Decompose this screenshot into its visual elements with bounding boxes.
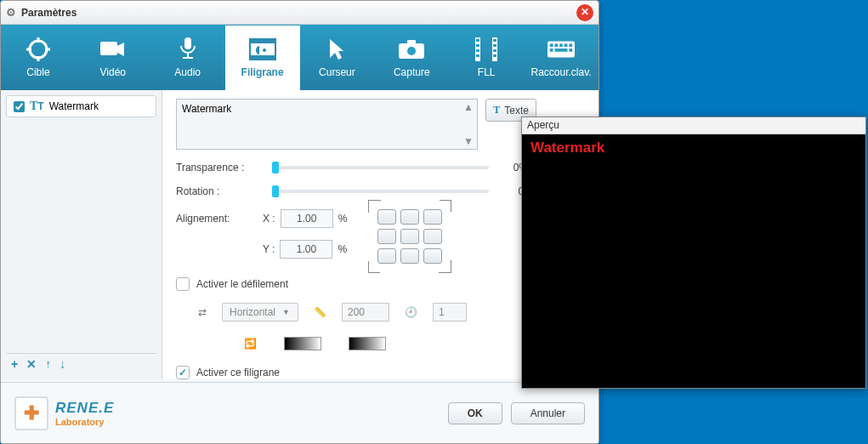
rotation-label: Rotation : bbox=[176, 185, 265, 197]
move-up-button[interactable]: ↑ bbox=[45, 357, 51, 371]
tab-raccour[interactable]: Raccour.clav. bbox=[524, 25, 599, 90]
add-button[interactable]: + bbox=[11, 357, 18, 371]
align-bc[interactable] bbox=[400, 248, 419, 264]
svg-point-0 bbox=[30, 41, 47, 58]
slider-thumb[interactable] bbox=[272, 185, 279, 197]
body: TT Watermark + ✕ ↑ ↓ Watermark ▲▼ T Text… bbox=[1, 90, 599, 379]
direction-value: Horizontal bbox=[230, 306, 275, 318]
tab-label: Capture bbox=[394, 66, 430, 78]
svg-rect-34 bbox=[569, 48, 572, 52]
tab-cible[interactable]: Cible bbox=[1, 25, 76, 90]
tab-fll[interactable]: FLL bbox=[449, 25, 524, 90]
tab-label: Vidéo bbox=[100, 66, 126, 78]
mic-icon bbox=[174, 37, 201, 61]
tab-video[interactable]: Vidéo bbox=[76, 25, 150, 90]
scroll-enable-checkbox[interactable] bbox=[176, 277, 190, 291]
align-mc[interactable] bbox=[400, 229, 419, 244]
logo-badge-icon: ✚ bbox=[14, 396, 48, 430]
x-input[interactable] bbox=[281, 209, 333, 228]
gradient-swatch bbox=[349, 337, 386, 350]
direction-combo[interactable]: Horizontal ▼ bbox=[222, 303, 298, 322]
textarea-scroll[interactable]: ▲▼ bbox=[463, 101, 475, 147]
svg-rect-6 bbox=[184, 37, 191, 49]
tab-label: Curseur bbox=[319, 66, 355, 78]
rotation-slider[interactable] bbox=[272, 190, 489, 193]
watermark-text-input[interactable]: Watermark ▲▼ bbox=[176, 99, 478, 150]
svg-rect-19 bbox=[476, 44, 479, 47]
alignment-label: Alignement: bbox=[176, 209, 252, 225]
y-input[interactable] bbox=[280, 240, 332, 259]
slider-thumb[interactable] bbox=[272, 162, 279, 174]
align-tc[interactable] bbox=[400, 209, 419, 225]
text-btn-label: Texte bbox=[504, 105, 529, 117]
watermark-text-value: Watermark bbox=[182, 103, 231, 115]
settings-window: ⚙ Paramètres ✕ Cible Vidéo Audio Filigra… bbox=[0, 0, 599, 444]
ok-button[interactable]: OK bbox=[448, 402, 502, 424]
align-bl[interactable] bbox=[377, 248, 396, 264]
svg-rect-24 bbox=[493, 49, 496, 52]
tab-label: Raccour.clav. bbox=[530, 66, 591, 78]
text-type-icon: TT bbox=[30, 100, 44, 113]
preview-body: Watermark bbox=[522, 134, 865, 388]
align-mr[interactable] bbox=[423, 229, 442, 244]
svg-rect-14 bbox=[407, 40, 416, 45]
align-br[interactable] bbox=[423, 248, 442, 264]
text-icon: T bbox=[493, 104, 500, 117]
tab-filigrane[interactable]: Filigrane bbox=[225, 25, 300, 90]
sidebar-item-watermark[interactable]: TT Watermark bbox=[6, 95, 156, 117]
svg-rect-29 bbox=[559, 43, 563, 47]
time-input[interactable] bbox=[433, 303, 467, 322]
svg-rect-27 bbox=[550, 43, 553, 47]
ruler-icon: 📏 bbox=[314, 306, 326, 318]
brand-sub: Laboratory bbox=[55, 417, 114, 427]
tab-label: Cible bbox=[26, 66, 49, 78]
svg-rect-10 bbox=[250, 39, 275, 43]
move-down-button[interactable]: ↓ bbox=[60, 357, 65, 371]
watermark-checkbox[interactable] bbox=[14, 101, 25, 112]
svg-rect-31 bbox=[569, 43, 572, 47]
svg-rect-20 bbox=[476, 49, 479, 52]
tab-curseur[interactable]: Curseur bbox=[300, 25, 375, 90]
transparency-slider[interactable] bbox=[272, 166, 489, 169]
sidebar: TT Watermark + ✕ ↑ ↓ bbox=[1, 90, 162, 379]
brand-logo: ✚ RENE.E Laboratory bbox=[14, 396, 114, 430]
gradient-swatch bbox=[284, 337, 321, 350]
brand-name: RENE.E bbox=[55, 400, 114, 417]
svg-rect-11 bbox=[250, 55, 275, 60]
transparency-label: Transparence : bbox=[176, 162, 265, 174]
titlebar: ⚙ Paramètres ✕ bbox=[1, 1, 599, 25]
tab-capture[interactable]: Capture bbox=[374, 25, 449, 90]
loop-icon: 🔁 bbox=[244, 338, 257, 350]
preview-window: Aperçu Watermark bbox=[521, 117, 866, 389]
align-tl[interactable] bbox=[377, 209, 396, 225]
tab-bar: Cible Vidéo Audio Filigrane Curseur Capt… bbox=[1, 25, 599, 90]
activate-checkbox[interactable] bbox=[176, 366, 190, 379]
svg-point-12 bbox=[263, 48, 266, 52]
preview-title: Aperçu bbox=[522, 117, 865, 134]
width-input[interactable] bbox=[342, 303, 389, 322]
watermark-icon bbox=[249, 37, 276, 61]
svg-rect-22 bbox=[493, 39, 496, 42]
cursor-icon bbox=[323, 37, 350, 61]
tab-label: Filigrane bbox=[241, 66, 284, 78]
camera-icon bbox=[398, 37, 425, 61]
footer: ✚ RENE.E Laboratory OK Annuler bbox=[1, 382, 599, 443]
tab-label: FLL bbox=[478, 66, 496, 78]
remove-button[interactable]: ✕ bbox=[26, 357, 37, 371]
sidebar-tools: + ✕ ↑ ↓ bbox=[6, 353, 156, 374]
gear-icon: ⚙ bbox=[6, 6, 16, 19]
tab-audio[interactable]: Audio bbox=[150, 25, 225, 90]
pct-label: % bbox=[338, 243, 347, 255]
svg-rect-32 bbox=[550, 48, 553, 52]
cancel-button[interactable]: Annuler bbox=[511, 402, 585, 424]
close-button[interactable]: ✕ bbox=[576, 4, 593, 21]
svg-rect-23 bbox=[493, 44, 496, 47]
pct-label: % bbox=[338, 213, 348, 225]
window-title: Paramètres bbox=[21, 7, 576, 19]
film-icon bbox=[473, 37, 500, 61]
svg-rect-25 bbox=[493, 54, 496, 57]
preview-watermark-text: Watermark bbox=[530, 139, 857, 157]
svg-rect-5 bbox=[100, 42, 117, 55]
sidebar-item-label: Watermark bbox=[49, 100, 99, 112]
align-ml[interactable] bbox=[377, 229, 396, 244]
